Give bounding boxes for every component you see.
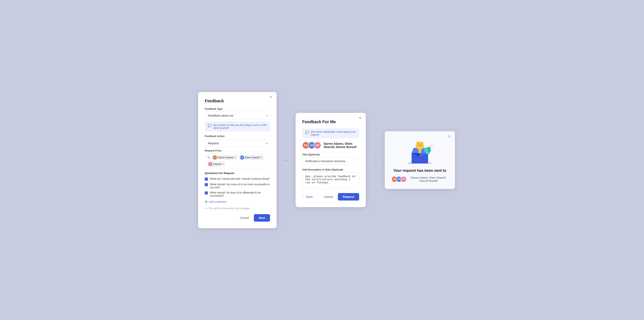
feedback-action-select[interactable]: Request [205, 139, 270, 147]
feedback-type-select-wrapper: Feedback about me ▾ [205, 112, 270, 119]
arrow-connector-2: → [372, 157, 378, 163]
tag-dianne: D Dianne ✕ [207, 162, 225, 167]
check-icon-3: ✓ [206, 192, 207, 194]
question-text-1: What am I doing well that I should conti… [210, 177, 270, 180]
check-icon-1: ✓ [206, 178, 207, 180]
search-icon: 🔍 [207, 156, 210, 159]
back-arrow-icon: ← [302, 195, 305, 199]
feedback-type-label: Feedback Type [205, 107, 270, 110]
success-illustration: ? [391, 139, 448, 164]
success-avatar-stack: DA ES DR [391, 176, 407, 182]
plus-circle-icon: ⊕ [205, 200, 208, 203]
feedback-action-label: Feedback Action [205, 135, 270, 138]
success-avatar-dr: DR [400, 176, 407, 182]
checkbox-2[interactable]: ✓ [205, 183, 208, 186]
title-field-label: Title (Optional) [302, 153, 359, 156]
avatar-stack: DA ES DR [302, 142, 321, 149]
message-icon-2: 💬 [305, 131, 309, 134]
svg-point-10 [420, 146, 420, 146]
tag-elwin-name: Elwin Sharvill [245, 156, 260, 159]
message-icon: 💬 [208, 124, 212, 127]
modal-1-footer: Cancel Next [205, 214, 270, 222]
close-button-3[interactable]: ✕ [448, 134, 451, 138]
add-question-button[interactable]: ⊕ Add a question [205, 199, 227, 204]
feedback-modal-1: ✕ Feedback Feedback Type Feedback about … [198, 92, 276, 228]
question-item-1: ✓ What am I doing well that I should con… [205, 177, 270, 181]
remove-elwin-button[interactable]: ✕ [260, 156, 262, 158]
back-button[interactable]: ← Back [302, 194, 313, 200]
manager-note: ↪ This will be shared with your manager [205, 207, 270, 210]
page-wrapper: ✕ Feedback Feedback Type Feedback about … [198, 92, 446, 228]
avatar-elwin: E [240, 155, 244, 159]
avatar-dianne: D [208, 162, 212, 166]
tag-darren-name: Darren Adams [218, 156, 234, 159]
description-field-label: Add Description or Note (Optional) [302, 168, 359, 171]
avatar-darren: D [213, 155, 217, 159]
next-button[interactable]: Next [254, 214, 270, 222]
title-input[interactable] [302, 157, 359, 165]
modal-2-title: Feedback For Me [302, 119, 359, 124]
share-icon: ↪ [205, 207, 207, 210]
feedback-type-info-banner: 💬 Get a pulse on how you are doing or sa… [205, 121, 270, 131]
close-button-1[interactable]: ✕ [269, 95, 272, 99]
success-recipients-row: DA ES DR Darren Adams, Elwin Sharvill, D… [391, 176, 448, 182]
remove-darren-button[interactable]: ✕ [234, 156, 236, 158]
request-from-input[interactable]: 🔍 D Darren Adams ✕ E Elwin Sharvill ✕ D … [205, 153, 270, 168]
checkbox-1[interactable]: ✓ [205, 178, 208, 181]
feedback-action-select-wrapper: Request ▾ [205, 139, 270, 147]
recipients-names: Darren Adams, Elwin Sharvill, Dianne Rus… [324, 142, 359, 149]
feedback-type-info-text: Get a pulse on how you are doing or save… [213, 124, 267, 129]
question-text-2: What should I do more of to be more succ… [210, 183, 270, 189]
modal-2-footer: ← Back Cancel Request [302, 193, 359, 201]
cancel-button-2[interactable]: Cancel [322, 194, 336, 200]
question-item-2: ✓ What should I do more of to be more su… [205, 183, 270, 189]
modal2-info-banner: 💬 Give these individuals context about y… [302, 128, 359, 138]
recipients-row: DA ES DR Darren Adams, Elwin Sharvill, D… [302, 142, 359, 149]
feedback-modal-3: ✕ [385, 131, 455, 189]
question-text-3: What should I do less of or differently … [210, 191, 270, 197]
questions-label: Questions For Request [205, 172, 270, 175]
tag-darren: D Darren Adams ✕ [212, 155, 238, 160]
success-title: Your request has been sent to [391, 169, 448, 173]
svg-text:?: ? [430, 144, 433, 149]
back-label: Back [306, 195, 313, 199]
feedback-modal-2: ✕ Feedback For Me 💬 Give these individua… [296, 113, 366, 207]
description-textarea[interactable] [302, 173, 359, 189]
request-from-label: Request From [205, 149, 270, 152]
add-question-label: Add a question [209, 200, 227, 203]
tag-elwin: E Elwin Sharvill ✕ [239, 155, 264, 160]
avatar-dr: DR [314, 142, 321, 149]
tag-dianne-name: Dianne [213, 163, 221, 166]
remove-dianne-button[interactable]: ✕ [222, 163, 224, 165]
cancel-button-1[interactable]: Cancel [237, 215, 252, 221]
checkbox-3[interactable]: ✓ [205, 191, 208, 195]
modal-1-title: Feedback [205, 99, 270, 103]
arrow-connector-1: → [283, 157, 289, 163]
feedback-type-select[interactable]: Feedback about me [205, 112, 270, 119]
modal2-info-text: Give these individuals context about you… [311, 130, 356, 136]
close-button-2[interactable]: ✕ [358, 116, 362, 120]
request-button[interactable]: Request [338, 193, 359, 201]
check-icon-2: ✓ [206, 184, 207, 186]
manager-note-text: This will be shared with your manager [208, 207, 250, 210]
success-recipients-names: Darren Adams, Elwin Sharvill, Dianne Rus… [409, 176, 448, 182]
question-item-3: ✓ What should I do less of or differentl… [205, 191, 270, 197]
